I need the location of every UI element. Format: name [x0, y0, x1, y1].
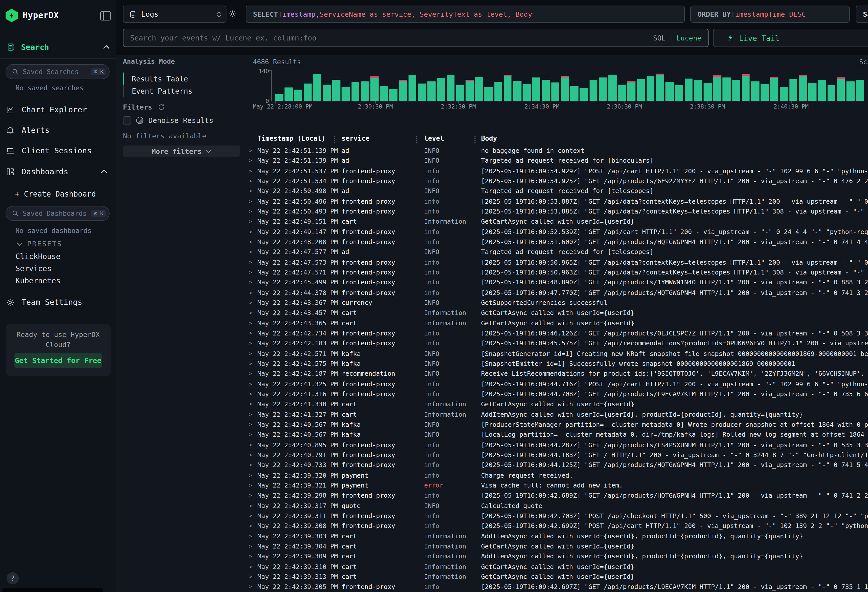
histogram-bar[interactable]: [494, 82, 502, 101]
row-expand-chevron-icon[interactable]: >: [248, 179, 257, 184]
histogram-bar[interactable]: [351, 82, 359, 101]
histogram-bar[interactable]: [332, 80, 340, 101]
log-row[interactable]: >May 22 2:42:47.573 PMfrontend-proxyinfo…: [248, 257, 868, 267]
source-select[interactable]: Logs: [123, 6, 226, 23]
histogram-bar[interactable]: [427, 81, 435, 101]
histogram-bar[interactable]: [770, 77, 778, 101]
histogram-bar[interactable]: [618, 85, 626, 101]
histogram-bar[interactable]: [704, 83, 712, 101]
log-row[interactable]: >May 22 2:42:39.311 PMfrontend-proxyinfo…: [248, 511, 868, 521]
col-header-body[interactable]: Body: [481, 134, 497, 142]
row-expand-chevron-icon[interactable]: >: [248, 523, 257, 529]
histogram-bar[interactable]: [675, 85, 683, 101]
histogram-bar[interactable]: [409, 75, 416, 101]
histogram-bar[interactable]: [751, 81, 759, 101]
histogram-bar[interactable]: [361, 81, 369, 101]
histogram-bar[interactable]: [323, 85, 331, 101]
preset-services[interactable]: Services: [15, 264, 52, 273]
histogram-bar[interactable]: [580, 88, 588, 101]
log-row[interactable]: >May 22 2:42:45.499 PMfrontend-proxyinfo…: [248, 278, 868, 288]
row-expand-chevron-icon[interactable]: >: [248, 564, 257, 569]
row-expand-chevron-icon[interactable]: >: [248, 554, 257, 559]
select-clause-editor[interactable]: SELECT Timestamp, ServiceName as service…: [246, 6, 685, 23]
log-row[interactable]: >May 22 2:42:42.187 PMrecommendationINFO…: [248, 369, 868, 379]
get-started-button[interactable]: Get Started for Free: [15, 353, 102, 368]
sidebar-item-dashboards[interactable]: Dashboards: [6, 165, 111, 179]
denoise-results-row[interactable]: Denoise Results: [123, 116, 213, 124]
histogram-bar[interactable]: [380, 86, 388, 101]
log-row[interactable]: >May 22 2:42:41.327 PMcartInformationAdd…: [248, 409, 868, 419]
row-expand-chevron-icon[interactable]: >: [248, 574, 257, 579]
chevron-up-icon[interactable]: [101, 169, 107, 174]
histogram-bar[interactable]: [570, 86, 579, 101]
chevron-up-icon[interactable]: [103, 44, 109, 49]
histogram-bar[interactable]: [589, 80, 598, 101]
sidebar-item-alerts[interactable]: Alerts: [6, 124, 111, 137]
histogram-bar[interactable]: [818, 80, 826, 101]
histogram-bar[interactable]: [627, 81, 635, 101]
histogram-bar[interactable]: [856, 80, 864, 101]
log-row[interactable]: >May 22 2:42:51.534 PMfrontend-proxyinfo…: [248, 176, 868, 186]
row-expand-chevron-icon[interactable]: >: [248, 229, 257, 235]
row-expand-chevron-icon[interactable]: >: [248, 290, 257, 295]
histogram-bar[interactable]: [561, 76, 569, 101]
column-resizer[interactable]: [334, 136, 335, 143]
log-row[interactable]: >May 22 2:42:44.378 PMfrontend-proxyinfo…: [248, 288, 868, 298]
histogram-bar[interactable]: [532, 78, 540, 101]
histogram-bar[interactable]: [542, 80, 550, 101]
row-expand-chevron-icon[interactable]: >: [248, 412, 257, 417]
histogram-bar[interactable]: [437, 78, 445, 101]
log-row[interactable]: >May 22 2:42:39.304 PMcartInformationGet…: [248, 541, 868, 551]
row-expand-chevron-icon[interactable]: >: [248, 361, 257, 366]
sidebar-item-client-sessions[interactable]: Client Sessions: [6, 144, 111, 157]
row-expand-chevron-icon[interactable]: >: [248, 402, 257, 407]
row-expand-chevron-icon[interactable]: >: [248, 462, 257, 468]
sidebar-item-search[interactable]: Search: [0, 40, 116, 59]
tab-results-table[interactable]: Results Table: [123, 72, 193, 85]
histogram-bar[interactable]: [846, 82, 855, 101]
column-resizer[interactable]: [416, 136, 417, 143]
log-row[interactable]: >May 22 2:42:51.139 PMadINFOno baggage f…: [248, 145, 868, 156]
row-expand-chevron-icon[interactable]: >: [248, 168, 257, 174]
preset-clickhouse[interactable]: ClickHouse: [15, 252, 61, 261]
row-expand-chevron-icon[interactable]: >: [248, 158, 257, 164]
results-histogram[interactable]: [275, 70, 866, 101]
log-row[interactable]: >May 22 2:42:40.895 PMfrontend-proxyinfo…: [248, 440, 868, 450]
orderby-clause-editor[interactable]: ORDER BY TimestampTime DESC: [690, 6, 850, 23]
histogram-bar[interactable]: [485, 87, 493, 101]
log-row[interactable]: >May 22 2:42:39.305 PMfrontend-proxyinfo…: [248, 582, 868, 592]
log-row[interactable]: >May 22 2:42:43.457 PMcartInformationGet…: [248, 308, 868, 318]
row-expand-chevron-icon[interactable]: >: [248, 483, 257, 488]
row-expand-chevron-icon[interactable]: >: [248, 381, 257, 387]
log-row[interactable]: >May 22 2:42:42.575 PMkafkaINFO[Snapshot…: [248, 359, 868, 369]
log-row[interactable]: >May 22 2:42:39.309 PMcartInformationAdd…: [248, 551, 868, 561]
mode-sql[interactable]: SQL: [653, 34, 666, 42]
histogram-bar[interactable]: [313, 74, 321, 101]
row-expand-chevron-icon[interactable]: >: [248, 472, 257, 478]
histogram-bar[interactable]: [418, 83, 426, 101]
histogram-bar[interactable]: [275, 94, 283, 101]
log-row[interactable]: >May 22 2:42:50.493 PMfrontend-proxyinfo…: [248, 207, 868, 217]
log-row[interactable]: >May 22 2:42:40.567 PMkafkaINFO[LocalLog…: [248, 430, 868, 440]
collapse-sidebar-icon[interactable]: [100, 11, 111, 20]
denoise-checkbox[interactable]: [123, 116, 131, 124]
log-row[interactable]: >May 22 2:42:47.577 PMadINFOTargeted ad …: [248, 247, 868, 257]
histogram-bar[interactable]: [370, 77, 378, 101]
histogram-bar[interactable]: [475, 77, 483, 101]
histogram-bar[interactable]: [780, 87, 788, 101]
log-row[interactable]: >May 22 2:42:47.571 PMfrontend-proxyinfo…: [248, 267, 868, 277]
row-expand-chevron-icon[interactable]: >: [248, 331, 257, 336]
histogram-bar[interactable]: [513, 81, 521, 101]
log-row[interactable]: >May 22 2:42:39.321 PMpaymenterrorVisa c…: [248, 480, 868, 490]
row-expand-chevron-icon[interactable]: >: [248, 259, 257, 265]
histogram-bar[interactable]: [446, 75, 455, 101]
row-expand-chevron-icon[interactable]: >: [248, 452, 257, 458]
histogram-bar[interactable]: [827, 85, 836, 101]
tab-event-patterns[interactable]: Event Patterns: [123, 85, 193, 97]
row-expand-chevron-icon[interactable]: >: [248, 219, 257, 224]
log-row[interactable]: >May 22 2:42:51.139 PMadINFOTargeted ad …: [248, 156, 868, 166]
row-expand-chevron-icon[interactable]: >: [248, 422, 257, 427]
row-expand-chevron-icon[interactable]: >: [248, 199, 257, 204]
row-expand-chevron-icon[interactable]: >: [248, 341, 257, 346]
histogram-bar[interactable]: [732, 80, 740, 101]
